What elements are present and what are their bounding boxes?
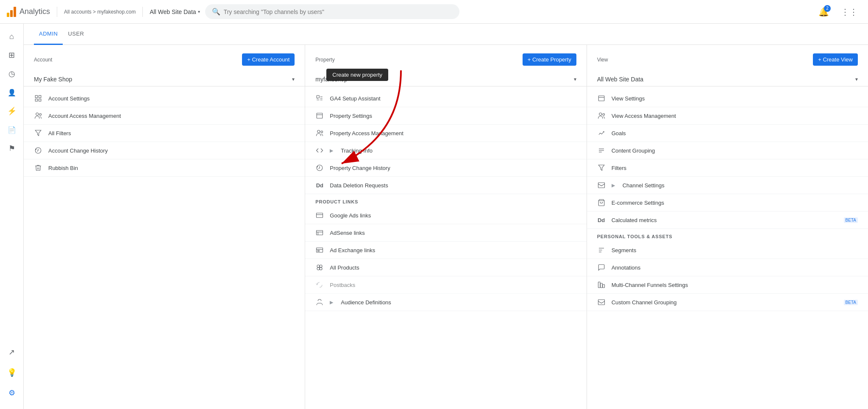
view-settings-icon — [597, 94, 606, 103]
products-icon — [315, 263, 324, 272]
gear-icon: ⚙ — [8, 388, 15, 398]
content-grouping-item[interactable]: Content Grouping — [587, 142, 868, 159]
breadcrumb-site: myfakeshop.com — [97, 9, 136, 15]
create-property-tooltip: Create new property — [326, 69, 388, 81]
nav-home-button[interactable]: ⌂ — [3, 28, 20, 45]
account-change-history-item[interactable]: Account Change History — [24, 142, 305, 159]
property-dropdown-arrow: ▾ — [574, 76, 576, 82]
tab-user[interactable]: USER — [63, 24, 89, 45]
property-access-item[interactable]: Property Access Management — [305, 125, 586, 142]
view-access-label: View Access Management — [612, 113, 858, 119]
postbacks-label: Postbacks — [330, 282, 576, 288]
search-input[interactable] — [224, 8, 453, 15]
property-selector[interactable]: All Web Site Data ▾ — [150, 8, 200, 15]
logo-bars — [7, 7, 16, 17]
search-icon: 🔍 — [212, 8, 220, 16]
notification-badge: 2 — [824, 5, 831, 12]
account-dropdown-arrow: ▾ — [292, 76, 295, 82]
breadcrumb-all-accounts[interactable]: All accounts — [64, 9, 92, 15]
data-deletion-item[interactable]: Dd Data Deletion Requests — [305, 177, 586, 194]
create-account-button[interactable]: + Create Account — [242, 53, 295, 66]
account-access-item[interactable]: Account Access Management — [24, 107, 305, 125]
nav-share-button[interactable]: ↗ — [3, 344, 20, 361]
channel-settings-item[interactable]: ▶ Channel Settings — [587, 177, 868, 194]
ad-exchange-item[interactable]: Ad Exchange links — [305, 242, 586, 259]
create-view-button[interactable]: + Create View — [813, 53, 858, 66]
apps-button[interactable]: ⋮⋮ — [837, 3, 861, 20]
header-divider-2 — [142, 7, 143, 17]
filters-label: Filters — [612, 165, 858, 171]
account-dropdown-value: My Fake Shop — [34, 76, 72, 83]
ad-exchange-label: Ad Exchange links — [330, 247, 576, 253]
ga4-setup-label: GA4 Setup Assistant — [330, 95, 576, 102]
svg-rect-9 — [317, 113, 323, 118]
property-settings-item[interactable]: Property Settings — [305, 107, 586, 125]
channel-group-icon — [597, 298, 606, 306]
tracking-expand-icon: ▶ — [330, 148, 333, 153]
ecommerce-settings-label: E-commerce Settings — [612, 200, 858, 206]
nav-admin-button[interactable]: ⚙ — [3, 384, 20, 401]
view-access-item[interactable]: View Access Management — [587, 107, 868, 125]
product-links-section: PRODUCT LINKS — [305, 194, 586, 207]
left-nav: ⌂ ⊞ ◷ 👤 ⚡ 📄 ⚑ ↗ 💡 ⚙ — [0, 24, 24, 409]
goals-item[interactable]: Goals — [587, 125, 868, 142]
main-layout: ⌂ ⊞ ◷ 👤 ⚡ 📄 ⚑ ↗ 💡 ⚙ — [0, 24, 868, 409]
nav-conversions-button[interactable]: ⚑ — [3, 140, 20, 157]
tab-admin[interactable]: ADMIN — [34, 24, 63, 45]
account-access-icon — [34, 111, 42, 120]
segments-item[interactable]: Segments — [587, 242, 868, 259]
filters-item[interactable]: Filters — [587, 159, 868, 177]
adx-icon — [315, 246, 324, 254]
svg-rect-39 — [598, 282, 600, 288]
personal-tools-section: PERSONAL TOOLS & ASSETS — [587, 229, 868, 242]
audience-icon — [315, 298, 324, 306]
account-settings-item[interactable]: Account Settings — [24, 90, 305, 107]
tracking-info-item[interactable]: ▶ Tracking Info — [305, 142, 586, 159]
nav-customization-button[interactable]: ⊞ — [3, 47, 20, 64]
notifications-button[interactable]: 🔔 2 — [815, 3, 832, 20]
top-header: Analytics All accounts > myfakeshop.com … — [0, 0, 868, 24]
rubbish-bin-item[interactable]: Rubbish Bin — [24, 159, 305, 177]
svg-rect-16 — [317, 231, 323, 235]
create-property-button[interactable]: + Create Property — [523, 53, 576, 66]
account-access-label: Account Access Management — [48, 113, 295, 119]
nav-audience-button[interactable]: 👤 — [3, 84, 20, 101]
ga4-setup-item[interactable]: GA4 Setup Assistant — [305, 90, 586, 107]
nav-acquisition-button[interactable]: ⚡ — [3, 103, 20, 120]
nav-tips-button[interactable]: 💡 — [3, 364, 20, 381]
tooltip-text: Create new property — [332, 72, 382, 78]
view-filter-icon — [597, 164, 606, 172]
svg-rect-1 — [39, 95, 41, 97]
property-change-history-item[interactable]: Property Change History — [305, 159, 586, 177]
google-ads-links-item[interactable]: Google Ads links — [305, 207, 586, 224]
account-column: Account + Create Account My Fake Shop ▾ … — [24, 45, 305, 409]
nav-behavior-button[interactable]: 📄 — [3, 121, 20, 138]
view-dropdown-arrow: ▾ — [855, 76, 858, 82]
all-filters-item[interactable]: All Filters — [24, 125, 305, 142]
view-settings-item[interactable]: View Settings — [587, 90, 868, 107]
account-dropdown[interactable]: My Fake Shop ▾ — [24, 72, 305, 86]
adsense-links-item[interactable]: AdSense links — [305, 224, 586, 242]
view-dropdown[interactable]: All Web Site Data ▾ — [587, 72, 868, 86]
audience-nav-icon: 👤 — [8, 89, 16, 97]
view-settings-label: View Settings — [612, 95, 858, 102]
ecommerce-settings-item[interactable]: E-commerce Settings — [587, 194, 868, 211]
home-icon: ⌂ — [9, 32, 14, 41]
calculated-metrics-item[interactable]: Dd Calculated metrics BETA — [587, 211, 868, 229]
svg-marker-33 — [598, 165, 604, 170]
channel-settings-icon — [597, 181, 606, 189]
reports-icon: ◷ — [8, 69, 15, 78]
audience-definitions-item[interactable]: ▶ Audience Definitions — [305, 294, 586, 311]
custom-channel-grouping-item[interactable]: Custom Channel Grouping BETA — [587, 294, 868, 311]
annotations-item[interactable]: Annotations — [587, 259, 868, 276]
filter-icon — [34, 129, 42, 137]
nav-reports-button[interactable]: ◷ — [3, 65, 20, 82]
goals-label: Goals — [612, 130, 858, 136]
postbacks-item[interactable]: Postbacks — [305, 276, 586, 294]
view-col-header: View + Create View — [587, 53, 868, 72]
all-products-item[interactable]: All Products — [305, 259, 586, 276]
multi-channel-funnels-item[interactable]: Multi-Channel Funnels Settings — [587, 276, 868, 294]
view-column: View + Create View All Web Site Data ▾ V… — [587, 45, 868, 409]
svg-point-28 — [599, 113, 601, 115]
account-col-header: Account + Create Account — [24, 53, 305, 72]
